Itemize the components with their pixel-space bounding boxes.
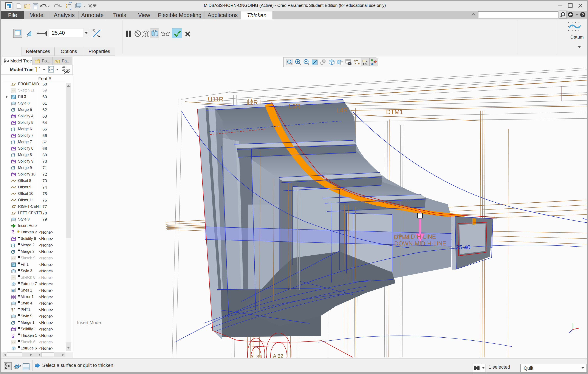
svg-text:?: ? (582, 13, 584, 17)
svg-text:25.40: 25.40 (456, 244, 471, 251)
svg-text:DTM1: DTM1 (386, 108, 403, 115)
svg-text:U11R: U11R (208, 96, 223, 103)
svg-text:DTM4: DTM4 (394, 234, 410, 241)
svg-text:A 62: A 62 (273, 353, 283, 358)
svg-text:L2R: L2R (246, 99, 258, 106)
svg-text:Insert Mode: Insert Mode (77, 320, 101, 325)
svg-text:L4R: L4R (336, 107, 348, 114)
svg-text:A_31: A_31 (250, 354, 262, 358)
svg-text:L3R: L3R (289, 103, 300, 110)
svg-text:DOWN-MID-H-LINE: DOWN-MID-H-LINE (394, 240, 446, 247)
